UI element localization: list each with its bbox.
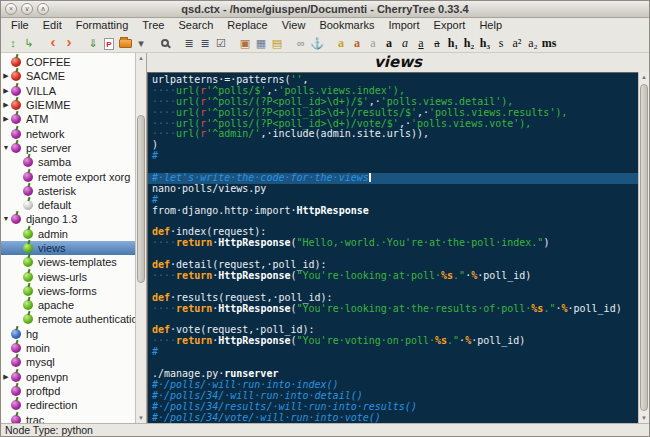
- open-folder-icon[interactable]: [117, 34, 133, 52]
- add-subnode-icon[interactable]: ↳: [21, 34, 37, 52]
- expander-closed-icon[interactable]: ▶: [1, 112, 11, 126]
- menu-export[interactable]: Export: [427, 18, 473, 33]
- tree-scrollbar-thumb[interactable]: [137, 115, 145, 283]
- close-button[interactable]: ×: [5, 3, 17, 15]
- tree-item-samba[interactable]: samba: [1, 155, 135, 169]
- tree-item-views[interactable]: views: [1, 241, 135, 255]
- tree-item-redirection[interactable]: redirection: [1, 398, 135, 412]
- foreground-color-icon[interactable]: a: [333, 34, 349, 52]
- background-color-icon[interactable]: a: [349, 34, 365, 52]
- insert-link-icon[interactable]: ∞: [293, 34, 309, 52]
- scroll-up-icon[interactable]: ▲: [639, 72, 649, 82]
- underline-icon[interactable]: a: [413, 34, 429, 52]
- tree-item-pc-server[interactable]: ▼pc server: [1, 141, 135, 155]
- expander-closed-icon[interactable]: ▶: [1, 98, 11, 112]
- monospace-icon[interactable]: ms: [541, 34, 557, 52]
- menu-import[interactable]: Import: [381, 18, 426, 33]
- tree-item-remote-authentication[interactable]: remote authentication: [1, 312, 135, 326]
- tree-item-admin[interactable]: admin: [1, 227, 135, 241]
- expander-open-icon[interactable]: ▼: [1, 141, 11, 155]
- h3-icon[interactable]: h₃: [477, 34, 493, 52]
- menu-edit[interactable]: Edit: [36, 18, 69, 33]
- tree-item-label: asterisk: [38, 185, 76, 197]
- tree-item-trac[interactable]: trac: [1, 412, 135, 423]
- h1-icon[interactable]: h₁: [445, 34, 461, 52]
- tree-item-sacme[interactable]: ▶SACME: [1, 69, 135, 83]
- toolbar-separator: [149, 34, 157, 52]
- export-pdf-icon[interactable]: P: [101, 34, 117, 52]
- scroll-down-icon[interactable]: ▼: [136, 413, 146, 423]
- tree-item-views-templates[interactable]: views-templates: [1, 255, 135, 269]
- code-line: ····return·HttpResponse("You're·looking·…: [152, 271, 638, 282]
- tree-item-label: VILLA: [26, 85, 56, 97]
- window-title: qsd.ctx - /home/giuspen/Documenti - Cher…: [1, 3, 649, 15]
- expander-closed-icon[interactable]: ▶: [1, 370, 11, 384]
- menu-search[interactable]: Search: [172, 18, 221, 33]
- bold-icon[interactable]: a: [381, 34, 397, 52]
- tree-item-hg[interactable]: hg: [1, 327, 135, 341]
- go-forward-icon[interactable]: ›: [61, 34, 77, 52]
- numbered-list-icon[interactable]: ≣: [197, 34, 213, 52]
- menu-help[interactable]: Help: [472, 18, 509, 33]
- toolbar-separator: [285, 34, 293, 52]
- tree-item-asterisk[interactable]: asterisk: [1, 184, 135, 198]
- editor-scrollbar-thumb[interactable]: [640, 84, 648, 411]
- bullet-list-icon[interactable]: ≣: [181, 34, 197, 52]
- scroll-down-icon[interactable]: ▼: [639, 413, 649, 423]
- scroll-up-icon[interactable]: ▲: [136, 53, 146, 63]
- tree-item-default[interactable]: default: [1, 198, 135, 212]
- insert-anchor-icon[interactable]: ⚓: [309, 34, 325, 52]
- toolbar: ↕↳‹›⇓P▾≣≣☑▣▦▤∞⚓aaaaaaah₁h₂h₃sa²a₂ms: [1, 33, 649, 53]
- strike-icon[interactable]: a: [429, 34, 445, 52]
- tree-item-views-forms[interactable]: views-forms: [1, 284, 135, 298]
- tree-item-mysql[interactable]: mysql: [1, 355, 135, 369]
- insert-codebox-icon[interactable]: ▤: [269, 34, 285, 52]
- menu-view[interactable]: View: [275, 18, 313, 33]
- maximize-button[interactable]: ∧: [37, 3, 49, 15]
- minimize-button[interactable]: ∨: [21, 3, 33, 15]
- tree-item-label: mysql: [26, 356, 55, 368]
- node-tree[interactable]: COFFEE▶SACME▶VILLA▶GIEMME▶ATMnetwork▼pc …: [1, 53, 135, 423]
- tree-item-giemme[interactable]: ▶GIEMME: [1, 98, 135, 112]
- go-back-icon[interactable]: ‹: [45, 34, 61, 52]
- save-icon[interactable]: ⇓: [85, 34, 101, 52]
- tree-scrollbar[interactable]: ▲ ▼: [135, 53, 146, 423]
- tree-item-network[interactable]: network: [1, 126, 135, 140]
- code-editor[interactable]: urlpatterns·=·patterns('',····url(r'^pol…: [147, 72, 638, 423]
- menu-formatting[interactable]: Formatting: [69, 18, 136, 33]
- code-line: #: [152, 151, 638, 162]
- tree-item-apache[interactable]: apache: [1, 298, 135, 312]
- tree-item-proftpd[interactable]: proftpd: [1, 384, 135, 398]
- insert-table-icon[interactable]: ▦: [253, 34, 269, 52]
- italic-icon[interactable]: a: [397, 34, 413, 52]
- menu-bookmarks[interactable]: Bookmarks: [312, 18, 381, 33]
- todo-list-icon[interactable]: ☑: [213, 34, 229, 52]
- code-line: ····return·HttpResponse("Hello,·world.·Y…: [152, 238, 638, 249]
- tree-item-openvpn[interactable]: ▶openvpn: [1, 370, 135, 384]
- search-icon[interactable]: [157, 34, 173, 52]
- tree-item-atm[interactable]: ▶ATM: [1, 112, 135, 126]
- tree-item-moin[interactable]: moin: [1, 341, 135, 355]
- subscript-icon[interactable]: a₂: [525, 34, 541, 52]
- tree-item-django-1.3[interactable]: ▼django 1.3: [1, 212, 135, 226]
- expander-closed-icon[interactable]: ▶: [1, 84, 11, 98]
- h2-icon[interactable]: h₂: [461, 34, 477, 52]
- editor-scrollbar[interactable]: ▲ ▼: [638, 72, 649, 423]
- tree-item-label: GIEMME: [26, 99, 71, 111]
- insert-image-icon[interactable]: ▣: [237, 34, 253, 52]
- dropdown-arrow-icon[interactable]: ▾: [133, 34, 149, 52]
- superscript-icon[interactable]: a²: [509, 34, 525, 52]
- tree-item-remote-export-xorg[interactable]: remote export xorg: [1, 169, 135, 183]
- tree-item-villa[interactable]: ▶VILLA: [1, 84, 135, 98]
- expander-open-icon[interactable]: ▼: [1, 212, 11, 226]
- small-text-icon[interactable]: s: [493, 34, 509, 52]
- add-node-icon[interactable]: ↕: [5, 34, 21, 52]
- tree-item-coffee[interactable]: COFFEE: [1, 55, 135, 69]
- clear-formatting-icon[interactable]: a: [365, 34, 381, 52]
- menu-file[interactable]: File: [4, 18, 36, 33]
- menu-tree[interactable]: Tree: [135, 18, 171, 33]
- expander-closed-icon[interactable]: ▶: [1, 69, 11, 83]
- tree-item-views-urls[interactable]: views-urls: [1, 269, 135, 283]
- menu-replace[interactable]: Replace: [220, 18, 274, 33]
- cherry-purple-icon: [11, 415, 21, 423]
